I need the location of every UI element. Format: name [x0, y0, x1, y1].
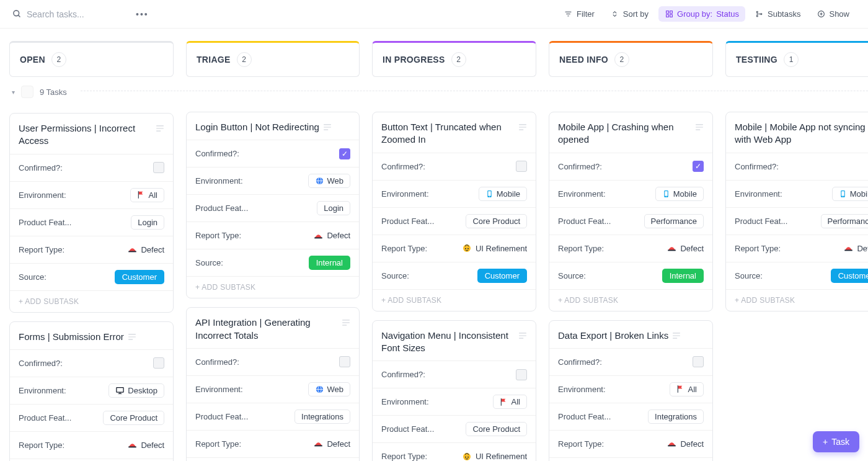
- report-type[interactable]: Defect: [844, 244, 868, 253]
- column-title: TESTIING: [736, 55, 777, 65]
- feature-tag[interactable]: Integrations: [648, 410, 704, 424]
- feature-value: Integrations: [655, 412, 697, 421]
- task-card[interactable]: Forms | Submission Error Confirmed?: Env…: [9, 321, 174, 462]
- task-card[interactable]: User Permissions | Incorrect Access Conf…: [9, 113, 174, 313]
- feature-tag[interactable]: Integrations: [294, 410, 350, 424]
- report-type[interactable]: Defect: [667, 439, 704, 449]
- report-value: Defect: [680, 439, 704, 449]
- confirmed-checkbox[interactable]: [516, 369, 527, 380]
- task-card[interactable]: Mobile | Mobile App not syncing with Web…: [725, 112, 868, 311]
- field-label-report: Report Type:: [19, 441, 64, 450]
- column-title: IN PROGRESS: [383, 55, 445, 65]
- add-subtask-button[interactable]: + ADD SUBTASK: [549, 289, 712, 311]
- environment-tag[interactable]: All: [493, 395, 527, 409]
- feature-tag[interactable]: Core Product: [103, 411, 164, 425]
- column-header[interactable]: TRIAGE 2: [186, 41, 360, 77]
- source-pill[interactable]: Customer: [831, 269, 868, 283]
- feature-tag[interactable]: Core Product: [466, 422, 527, 436]
- confirmed-checkbox[interactable]: ✓: [693, 161, 704, 172]
- add-subtask-button[interactable]: + ADD SUBTASK: [187, 276, 359, 298]
- feature-tag[interactable]: Performance: [821, 214, 868, 228]
- environment-value: Web: [327, 176, 344, 186]
- source-pill[interactable]: Customer: [115, 270, 164, 284]
- environment-tag[interactable]: Web: [308, 382, 351, 396]
- source-pill[interactable]: Internal: [309, 256, 350, 270]
- sort-button[interactable]: Sort by: [604, 6, 655, 22]
- show-icon: [817, 10, 825, 19]
- feature-tag[interactable]: Performance: [644, 214, 704, 228]
- source-pill[interactable]: Customer: [477, 269, 527, 283]
- field-label-confirmed: Confirmed?:: [558, 357, 602, 367]
- feature-tag[interactable]: Core Product: [466, 214, 527, 228]
- group-header: ▾ 9 Tasks: [9, 77, 174, 104]
- column-header[interactable]: OPEN 2: [9, 41, 174, 77]
- report-type[interactable]: Defect: [128, 245, 164, 254]
- group-label: Group by:: [677, 9, 712, 19]
- group-task-count: 9 Tasks: [40, 87, 67, 97]
- field-label-feature: Product Feat...: [558, 412, 611, 421]
- confirmed-checkbox[interactable]: [339, 356, 350, 367]
- report-value: Defect: [680, 244, 704, 253]
- field-label-confirmed: Confirmed?:: [381, 162, 425, 171]
- defect-icon: [128, 441, 137, 449]
- group-icon: [665, 10, 673, 19]
- environment-tag[interactable]: Mobile: [655, 187, 704, 201]
- task-card[interactable]: Navigation Menu | Inconsistent Font Size…: [372, 320, 536, 462]
- task-card[interactable]: Button Text | Truncated when Zoomed In C…: [372, 112, 536, 311]
- field-label-confirmed: Confirmed?:: [19, 359, 63, 368]
- report-type[interactable]: UI Refinement: [462, 452, 527, 462]
- card-title: Data Export | Broken Links: [558, 329, 668, 342]
- feature-tag[interactable]: Login: [131, 215, 164, 230]
- confirmed-checkbox[interactable]: ✓: [339, 148, 350, 159]
- confirmed-checkbox[interactable]: [153, 162, 164, 173]
- group-button[interactable]: Group by: Status: [658, 6, 745, 22]
- task-card[interactable]: Data Export | Broken Links Confirmed?: E…: [549, 320, 713, 462]
- report-type[interactable]: Defect: [314, 439, 350, 449]
- svg-point-9: [757, 11, 758, 12]
- add-subtask-button[interactable]: + ADD SUBTASK: [373, 289, 536, 311]
- environment-tag[interactable]: Mobile: [479, 187, 527, 201]
- add-subtask-button[interactable]: + ADD SUBTASK: [726, 289, 868, 311]
- environment-tag[interactable]: Desktop: [108, 383, 164, 398]
- field-label-environment: Environment:: [735, 189, 782, 199]
- desktop-icon: [115, 386, 125, 395]
- search-input[interactable]: [27, 9, 126, 19]
- confirmed-checkbox[interactable]: [516, 161, 527, 172]
- show-label: Show: [829, 9, 849, 19]
- report-type[interactable]: UI Refinement: [462, 243, 527, 253]
- new-task-fab[interactable]: + Task: [813, 431, 859, 452]
- subtasks-button[interactable]: Subtasks: [749, 6, 807, 22]
- group-color-swatch[interactable]: [21, 86, 33, 98]
- collapse-caret-icon[interactable]: ▾: [12, 89, 15, 96]
- report-type[interactable]: Defect: [667, 244, 704, 253]
- columns-container: OPEN 2 ▾ 9 Tasks User Permissions | Inco…: [9, 41, 868, 461]
- field-label-source: Source:: [195, 258, 223, 267]
- feature-value: Core Product: [472, 424, 520, 434]
- show-button[interactable]: Show: [810, 6, 856, 22]
- environment-tag[interactable]: All: [130, 188, 164, 202]
- column-count: 2: [614, 52, 629, 67]
- svg-point-11: [761, 13, 762, 14]
- search-wrapper: •••: [12, 7, 558, 22]
- task-card[interactable]: Login Button | Not Redirecting Confirmed…: [186, 112, 360, 298]
- feature-tag[interactable]: Login: [317, 201, 350, 215]
- report-type[interactable]: Defect: [314, 231, 350, 240]
- environment-tag[interactable]: Web: [308, 174, 351, 188]
- more-icon[interactable]: •••: [131, 7, 154, 22]
- add-subtask-button[interactable]: + ADD SUBTASK: [10, 290, 173, 312]
- task-card[interactable]: API Integration | Generating Incorrect T…: [186, 307, 360, 461]
- svg-rect-33: [315, 237, 323, 238]
- environment-tag[interactable]: All: [670, 382, 704, 396]
- environment-tag[interactable]: Mobile: [832, 187, 868, 201]
- column-header[interactable]: NEED INFO 2: [549, 41, 713, 77]
- filter-button[interactable]: Filter: [558, 6, 601, 22]
- source-pill[interactable]: Internal: [662, 269, 704, 283]
- column-header[interactable]: IN PROGRESS 2: [372, 41, 536, 77]
- field-label-confirmed: Confirmed?:: [558, 162, 602, 171]
- confirmed-checkbox[interactable]: [153, 357, 164, 369]
- task-card[interactable]: Mobile App | Crashing when opened Confir…: [549, 112, 713, 311]
- confirmed-checkbox[interactable]: [693, 356, 704, 367]
- column-header[interactable]: TESTIING 1: [725, 41, 868, 77]
- toolbar: ••• Filter Sort by Group by: Status Subt…: [0, 0, 868, 29]
- report-type[interactable]: Defect: [128, 441, 164, 450]
